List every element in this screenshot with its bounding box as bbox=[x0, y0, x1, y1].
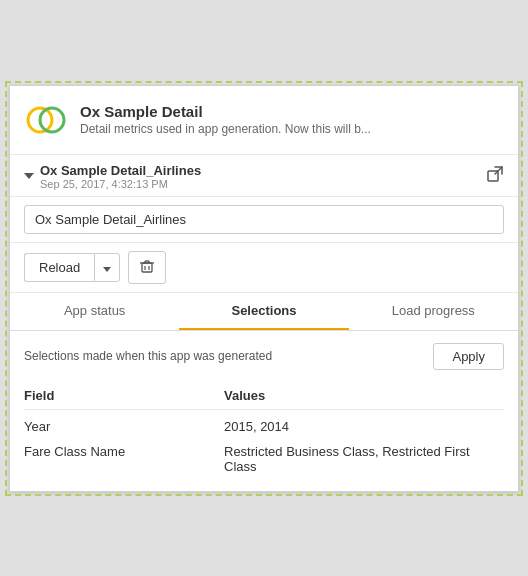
tab-selections[interactable]: Selections bbox=[179, 293, 348, 330]
table-header: Field Values bbox=[24, 382, 504, 410]
apply-button[interactable]: Apply bbox=[433, 343, 504, 370]
tabs-row: App status Selections Load progress bbox=[10, 293, 518, 331]
external-link-icon[interactable] bbox=[486, 165, 504, 187]
input-row: Ox Sample Detail_Airlines bbox=[10, 197, 518, 243]
app-logo bbox=[24, 98, 68, 142]
selections-description: Selections made when this app was genera… bbox=[24, 349, 272, 363]
tab-load-progress[interactable]: Load progress bbox=[349, 293, 518, 330]
reload-button[interactable]: Reload bbox=[24, 253, 94, 282]
table-row: Fare Class Name Restricted Business Clas… bbox=[24, 439, 504, 479]
svg-rect-4 bbox=[142, 263, 152, 272]
values-column-header: Values bbox=[224, 388, 504, 403]
header-text: Ox Sample Detail Detail metrics used in … bbox=[80, 103, 504, 136]
trash-icon bbox=[139, 258, 155, 274]
value-cell: 2015, 2014 bbox=[224, 419, 504, 434]
selections-content: Selections made when this app was genera… bbox=[10, 331, 518, 491]
section-info: Ox Sample Detail_Airlines Sep 25, 2017, … bbox=[40, 163, 201, 190]
field-cell: Fare Class Name bbox=[24, 444, 224, 459]
app-title: Ox Sample Detail bbox=[80, 103, 504, 120]
collapse-icon[interactable] bbox=[24, 173, 34, 179]
table-row: Year 2015, 2014 bbox=[24, 414, 504, 439]
app-name-input[interactable]: Ox Sample Detail_Airlines bbox=[24, 205, 504, 234]
section-title: Ox Sample Detail_Airlines bbox=[40, 163, 201, 178]
toolbar-row: Reload bbox=[10, 243, 518, 293]
section-bar: Ox Sample Detail_Airlines Sep 25, 2017, … bbox=[10, 155, 518, 197]
panel-header: Ox Sample Detail Detail metrics used in … bbox=[10, 86, 518, 155]
field-column-header: Field bbox=[24, 388, 224, 403]
field-cell: Year bbox=[24, 419, 224, 434]
value-cell: Restricted Business Class, Restricted Fi… bbox=[224, 444, 504, 474]
reload-dropdown-button[interactable] bbox=[94, 253, 120, 282]
selections-header: Selections made when this app was genera… bbox=[24, 343, 504, 370]
panel: Ox Sample Detail Detail metrics used in … bbox=[9, 85, 519, 492]
dropdown-arrow-icon bbox=[103, 267, 111, 272]
app-subtitle: Detail metrics used in app generation. N… bbox=[80, 122, 504, 136]
tab-app-status[interactable]: App status bbox=[10, 293, 179, 330]
delete-button[interactable] bbox=[128, 251, 166, 284]
section-date: Sep 25, 2017, 4:32:13 PM bbox=[40, 178, 201, 190]
